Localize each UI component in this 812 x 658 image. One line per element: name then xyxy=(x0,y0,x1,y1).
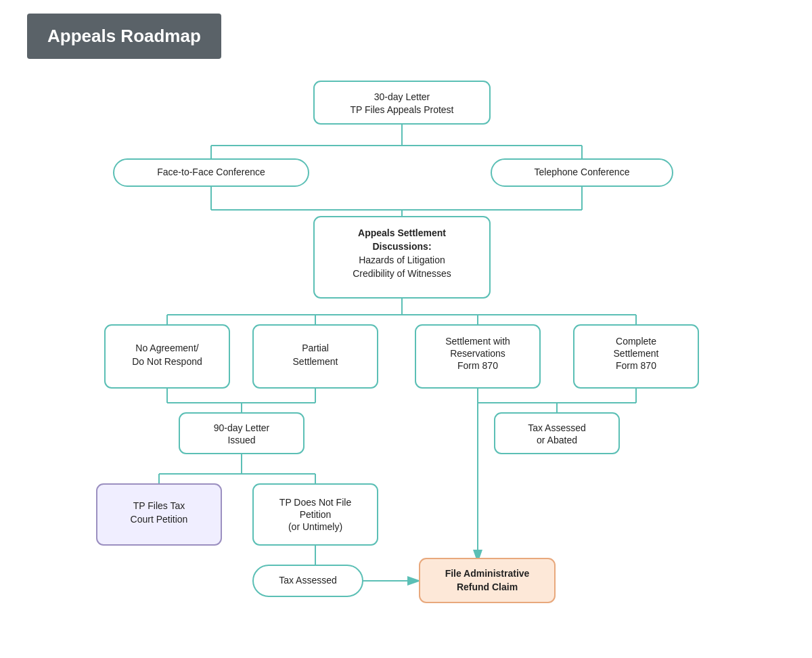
complete-text-2: Settlement xyxy=(614,348,659,359)
partial-text-1: Partial xyxy=(302,343,329,353)
appeals-text-2: Discussions: xyxy=(372,241,431,252)
ninety-day-node xyxy=(179,413,304,454)
telephone-text: Telephone Conference xyxy=(535,167,630,177)
tax-assessed-abated-text-2: or Abated xyxy=(537,435,577,445)
tp-not-file-text-3: (or Untimely) xyxy=(288,521,342,532)
no-agreement-text-2: Do Not Respond xyxy=(132,356,202,367)
appeals-text-3: Hazards of Litigation xyxy=(359,255,445,265)
file-admin-text-1: File Administrative xyxy=(445,568,530,579)
settlement-res-text-2: Reservations xyxy=(450,348,505,359)
settlement-res-text-3: Form 870 xyxy=(457,360,498,371)
root-node xyxy=(314,81,490,124)
flowchart: 30-day Letter TP Files Appeals Protest F… xyxy=(0,0,812,658)
face-to-face-text: Face-to-Face Conference xyxy=(157,167,265,177)
tax-assessed-abated-node xyxy=(495,413,619,454)
root-text-2: TP Files Appeals Protest xyxy=(350,104,453,115)
complete-text-3: Form 870 xyxy=(616,360,656,371)
appeals-text-1: Appeals Settlement xyxy=(358,227,446,238)
tp-not-file-text-2: Petition xyxy=(300,509,332,520)
tp-files-text-2: Court Petition xyxy=(131,514,188,525)
file-admin-node xyxy=(420,558,555,602)
tp-files-text-1: TP Files Tax xyxy=(133,500,185,511)
tp-not-file-text-1: TP Does Not File xyxy=(279,497,352,508)
settlement-res-text-1: Settlement with xyxy=(445,336,510,347)
no-agreement-text-1: No Agreement/ xyxy=(135,343,198,353)
appeals-text-4: Credibility of Witnesses xyxy=(353,268,451,279)
tax-assessed-text: Tax Assessed xyxy=(279,575,337,586)
file-admin-text-2: Refund Claim xyxy=(457,582,518,592)
root-text-1: 30-day Letter xyxy=(374,91,430,102)
ninety-day-text-2: Issued xyxy=(227,435,255,445)
complete-text-1: Complete xyxy=(616,336,656,347)
partial-text-2: Settlement xyxy=(293,356,338,367)
ninety-day-text-1: 90-day Letter xyxy=(214,422,270,433)
tax-assessed-abated-text-1: Tax Assessed xyxy=(528,422,586,433)
